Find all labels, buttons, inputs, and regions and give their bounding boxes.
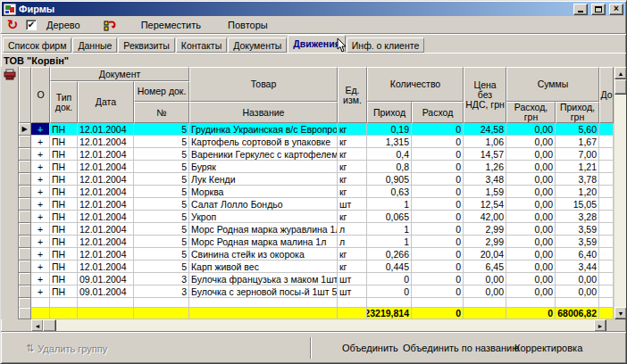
horizontal-scroll-thumb[interactable] bbox=[43, 319, 56, 332]
cell-qty-in: 0,8 bbox=[367, 161, 412, 173]
cell-number: 5 bbox=[134, 136, 189, 148]
cell-o: + bbox=[31, 261, 50, 273]
header-document-group[interactable]: Документ bbox=[50, 67, 189, 81]
cell-extra bbox=[599, 223, 614, 236]
cell-sum-out: 0,00 bbox=[506, 285, 556, 298]
scroll-left-button[interactable]: ◄ bbox=[31, 319, 44, 332]
cell-sum-in: 6,40 bbox=[556, 248, 599, 261]
cell-name: Буряк bbox=[189, 161, 338, 173]
tab-contacts[interactable]: Контакты bbox=[176, 37, 227, 53]
header-sum-in[interactable]: Приход, грн bbox=[556, 102, 599, 123]
table-row[interactable]: + ПН 12.01.2004 5 Морс Родная марка мали… bbox=[19, 236, 614, 248]
tab-client-info[interactable]: Инф. о клиенте bbox=[347, 37, 424, 53]
cell-price: 0,00 bbox=[464, 273, 506, 285]
cell-o: + bbox=[31, 136, 50, 148]
transfer-button[interactable] bbox=[104, 18, 118, 32]
header-sum-out[interactable]: Расход, грн bbox=[506, 102, 556, 123]
vertical-scroll-thumb[interactable] bbox=[614, 79, 627, 95]
scroll-down-button[interactable]: ▼ bbox=[614, 307, 627, 319]
header-marker bbox=[19, 67, 31, 123]
header-qty-in[interactable]: Приход bbox=[367, 102, 412, 123]
close-button[interactable]: × bbox=[609, 4, 623, 15]
correction-button[interactable]: Корректировка bbox=[511, 341, 586, 355]
table-row[interactable]: + ПН 09.01.2004 3 Булочка с зерновой пос… bbox=[19, 285, 614, 298]
header-o[interactable]: О bbox=[31, 67, 50, 123]
header-sums-group[interactable]: Суммы bbox=[506, 67, 599, 102]
header-goods-group[interactable]: Товар bbox=[189, 67, 338, 102]
table-row[interactable]: + ПН 12.01.2004 5 Морс Родная марка жура… bbox=[19, 223, 614, 236]
header-unit[interactable]: Ед. изм. bbox=[338, 67, 367, 123]
cell-number: 5 bbox=[134, 248, 189, 261]
row-marker bbox=[19, 248, 31, 261]
header-date[interactable]: Дата bbox=[78, 81, 134, 123]
cell-doc-type: ПН bbox=[50, 173, 78, 186]
table-row[interactable]: + ПН 12.01.2004 5 Свинина стейк из окоро… bbox=[19, 248, 614, 261]
cell-qty-out: 0 bbox=[412, 136, 464, 148]
cell-sum-out: 0,00 bbox=[506, 148, 556, 161]
table-row[interactable]: + ПН 09.01.2004 3 Булочка французька з м… bbox=[19, 273, 614, 285]
cell-number: 5 bbox=[134, 211, 189, 223]
cell-qty-in: 0 bbox=[367, 285, 412, 298]
header-qty-out[interactable]: Расход bbox=[412, 102, 464, 123]
cell-extra bbox=[599, 273, 614, 285]
table-row[interactable]: + ПН 12.01.2004 5 Укроп кг 0,065 0 42,00… bbox=[19, 211, 614, 223]
cell-sum-out: 0,00 bbox=[506, 173, 556, 186]
cell-price: 12,54 bbox=[464, 198, 506, 211]
header-doc-type[interactable]: Тип док. bbox=[50, 81, 78, 123]
cell-number: 5 bbox=[134, 148, 189, 161]
row-marker bbox=[19, 173, 31, 186]
cell-qty-out: 0 bbox=[412, 148, 464, 161]
header-name[interactable]: Название bbox=[189, 102, 338, 123]
merge-button[interactable]: Объединить bbox=[339, 341, 402, 355]
table-row[interactable]: + ПН 12.01.2004 5 Картофель сортовой в у… bbox=[19, 136, 614, 148]
tab-data[interactable]: Данные bbox=[72, 37, 117, 53]
header-number[interactable]: № bbox=[134, 102, 189, 123]
cell-name: Морс Родная марка малина 1л bbox=[189, 236, 338, 248]
horizontal-scrollbar[interactable]: ◄ ► bbox=[31, 319, 606, 332]
table-row[interactable]: + ПН 12.01.2004 5 Вареники Геркулес с ка… bbox=[19, 148, 614, 161]
cell-price: 2,99 bbox=[464, 223, 506, 236]
cell-extra bbox=[599, 123, 614, 136]
repeats-button[interactable]: Повторы bbox=[224, 18, 272, 32]
header-extra[interactable]: До bbox=[599, 67, 614, 123]
cell-number: 5 bbox=[134, 236, 189, 248]
maximize-button[interactable] bbox=[591, 4, 606, 15]
cell-extra bbox=[599, 173, 614, 186]
scroll-right-button[interactable]: ► bbox=[594, 319, 606, 332]
header-quantity-group[interactable]: Количество bbox=[367, 67, 464, 102]
table-row[interactable]: ▶ + ПН 12.01.2004 5 Грудинка Украинская … bbox=[19, 123, 614, 136]
tab-firm-list[interactable]: Список фирм bbox=[3, 37, 71, 53]
scroll-up-button[interactable]: ▲ bbox=[614, 67, 627, 79]
header-doc-number[interactable]: Номер док. bbox=[134, 81, 189, 102]
table-row[interactable]: + ПН 12.01.2004 5 Морква кг 0,63 0 1,59 … bbox=[19, 186, 614, 198]
cell-doc-type: ПН bbox=[50, 123, 78, 136]
cell-sum-out: 0,00 bbox=[506, 273, 556, 285]
row-marker bbox=[19, 285, 31, 298]
cell-extra bbox=[599, 236, 614, 248]
table-row[interactable]: + ПН 12.01.2004 5 Буряк кг 0,8 0 1,26 0,… bbox=[19, 161, 614, 173]
delete-group-button[interactable]: ⇅ Удалить группу bbox=[26, 343, 107, 354]
refresh-button[interactable]: ↻ bbox=[5, 18, 20, 32]
merge-by-name-button[interactable]: Объединить по названию bbox=[399, 341, 522, 355]
move-button[interactable]: Переместить bbox=[138, 18, 205, 32]
cell-extra bbox=[599, 148, 614, 161]
vertical-scrollbar[interactable]: ▲ ▼ bbox=[614, 67, 626, 319]
table-row[interactable]: + ПН 12.01.2004 5 Лук Кенди кг 0,905 0 3… bbox=[19, 173, 614, 186]
grid-gutter bbox=[1, 67, 18, 319]
tab-requisites[interactable]: Реквизиты bbox=[118, 37, 174, 53]
tab-movements[interactable]: Движения bbox=[288, 35, 345, 53]
cell-unit: кг bbox=[338, 123, 367, 136]
print-icon[interactable] bbox=[4, 69, 16, 80]
cell-name: Грудинка Украинская в/с Европродукт bbox=[189, 123, 338, 136]
minimize-button[interactable] bbox=[573, 4, 588, 15]
cell-doc-type: ПН bbox=[50, 161, 78, 173]
row-marker bbox=[19, 161, 31, 173]
tree-checkbox[interactable]: ✔ bbox=[26, 20, 37, 30]
cell-number: 5 bbox=[134, 161, 189, 173]
header-price[interactable]: Цена без НДС, грн bbox=[464, 67, 506, 123]
empty-row bbox=[19, 298, 614, 308]
tab-documents[interactable]: Документы bbox=[228, 37, 287, 53]
cell-qty-out: 0 bbox=[412, 285, 464, 298]
table-row[interactable]: + ПН 12.01.2004 5 Салат Лолло Бондьо шт … bbox=[19, 198, 614, 211]
table-row[interactable]: + ПН 12.01.2004 5 Карп живой вес кг 0,44… bbox=[19, 261, 614, 273]
